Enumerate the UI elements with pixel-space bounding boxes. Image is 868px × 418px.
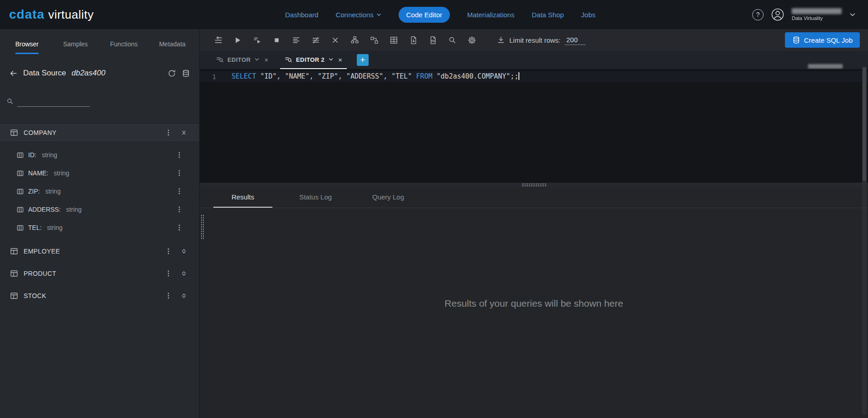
tab-chevron-icon[interactable] [254,57,260,62]
expand-icon[interactable] [180,292,187,299]
sql-editor[interactable]: 1 SELECT "ID", "NAME", "ZIP", "ADDERSS",… [200,69,868,183]
datasource-prefix: Data Source [23,69,66,78]
query-plan-button[interactable] [348,34,361,46]
results-tab-bar: Results Status Log Query Log [200,187,868,208]
user-info: Data Virtuality [792,8,842,21]
tab-browser[interactable]: Browser [3,29,51,54]
datasource-header: Data Source db2as400 [0,66,199,80]
data-source-settings-button[interactable] [182,69,190,78]
tab-chevron-icon[interactable] [328,57,334,62]
clear-editor-button[interactable] [329,34,341,46]
table-icon [10,247,18,255]
tree-table-employee[interactable]: EMPLOYEE [0,242,199,261]
main-scrollbar[interactable] [862,66,867,415]
back-button[interactable] [9,69,18,78]
topbar-right: ? Data Virtuality [752,8,856,21]
expand-icon[interactable] [180,270,187,277]
table-relations-button[interactable] [368,34,380,46]
text-cursor [518,72,519,80]
editor-tab-2[interactable]: EDITOR 2 × [280,51,347,69]
nav-data-shop[interactable]: Data Shop [532,11,564,19]
refresh-button[interactable] [168,69,176,78]
query-editor-icon [216,56,224,64]
tree-column-zip[interactable]: ZIP: string [0,182,199,200]
tree-table-stock[interactable]: STOCK [0,286,199,305]
sidebar-search-input[interactable] [17,95,90,107]
scrollbar-thumb[interactable] [863,67,866,181]
expand-icon[interactable] [180,248,187,255]
datasource-name: db2as400 [72,69,106,78]
vertical-resize-handle[interactable] [201,214,204,239]
avatar-icon[interactable] [771,8,784,21]
table-structure-icon [390,36,398,45]
sql-code-line: SELECT "ID", "NAME", "ZIP", "ADDERSS", "… [232,72,519,80]
tree-table-product[interactable]: PRODUCT [0,264,199,283]
drag-grip-icon [522,183,546,187]
nav-code-editor[interactable]: Code Editor [399,7,450,23]
editor-tab-1[interactable]: EDITOR × [212,51,273,69]
top-nav: cdata virtuality Dashboard Connections C… [0,0,868,29]
table-label: EMPLOYEE [24,248,159,255]
tab-samples[interactable]: Samples [51,29,100,54]
new-editor-tab-button[interactable]: + [357,54,369,66]
sql-text: "ID", "NAME", "ZIP", "ADDERSS", "TEL" [260,72,416,80]
limit-rows-input[interactable] [565,35,586,45]
kebab-menu-icon[interactable] [176,169,183,177]
tab-status-log[interactable]: Status Log [286,187,345,208]
nav-dashboard[interactable]: Dashboard [285,11,318,19]
tab-metadata[interactable]: Metadata [148,29,197,54]
kebab-menu-icon[interactable] [165,248,172,255]
stop-query-button[interactable] [270,34,283,46]
format-query-button[interactable] [212,34,224,46]
tree-table-company[interactable]: COMPANY [0,123,199,142]
horizontal-resize-handle[interactable] [200,183,868,187]
editor-tab-label: EDITOR [227,56,251,63]
table-relations-icon [370,36,379,45]
table-structure-button[interactable] [387,34,400,46]
kebab-menu-icon[interactable] [176,151,183,159]
tree-column-tel[interactable]: TEL: string [0,219,199,237]
help-icon[interactable]: ? [752,9,764,20]
tree-column-adderss[interactable]: ADDERSS: string [0,200,199,219]
editor-tab-label: EDITOR 2 [296,56,325,63]
kebab-menu-icon[interactable] [176,188,183,195]
editor-toolbar: Limit result rows: Create SQL Job [200,29,868,51]
tab-functions[interactable]: Functions [100,29,148,54]
settings-button[interactable] [465,34,478,46]
query-editor-icon [285,56,292,64]
collapse-icon[interactable] [180,129,187,136]
user-subtitle: Data Virtuality [792,15,842,21]
stop-icon [272,36,281,45]
tree-column-id[interactable]: ID: string [0,146,199,164]
nav-jobs[interactable]: Jobs [581,11,596,19]
nav-connections[interactable]: Connections [335,11,381,19]
tab-close-icon[interactable]: × [264,56,268,64]
tab-results[interactable]: Results [213,187,272,208]
sidebar: Browser Samples Functions Metadata Data … [0,29,200,418]
nav-materializations[interactable]: Materializations [467,11,514,19]
create-sql-job-button[interactable]: Create SQL Job [785,32,860,48]
sidebar-tabs: Browser Samples Functions Metadata [0,29,199,54]
export-file-button[interactable] [407,34,419,46]
kebab-menu-icon[interactable] [176,206,183,213]
line-number: 1 [200,73,223,80]
find-replace-button[interactable] [446,34,459,46]
column-name: NAME: [28,169,48,177]
run-script-icon [253,36,261,45]
run-script-button[interactable] [251,34,263,46]
tab-query-log[interactable]: Query Log [359,187,418,208]
kebab-menu-icon[interactable] [165,270,172,277]
redacted-text [808,64,843,69]
align-left-button[interactable] [290,34,302,46]
kebab-menu-icon[interactable] [176,224,183,231]
user-menu-chevron-icon[interactable] [849,11,856,18]
kebab-menu-icon[interactable] [165,292,172,299]
column-icon [16,206,24,214]
tab-close-icon[interactable]: × [338,56,342,64]
word-wrap-toggle-button[interactable] [309,34,322,46]
tree-column-name[interactable]: NAME: string [0,164,199,182]
kebab-menu-icon[interactable] [165,129,172,136]
table-label: STOCK [24,292,159,299]
run-query-button[interactable] [231,34,244,46]
export-csv-button[interactable] [426,34,439,46]
